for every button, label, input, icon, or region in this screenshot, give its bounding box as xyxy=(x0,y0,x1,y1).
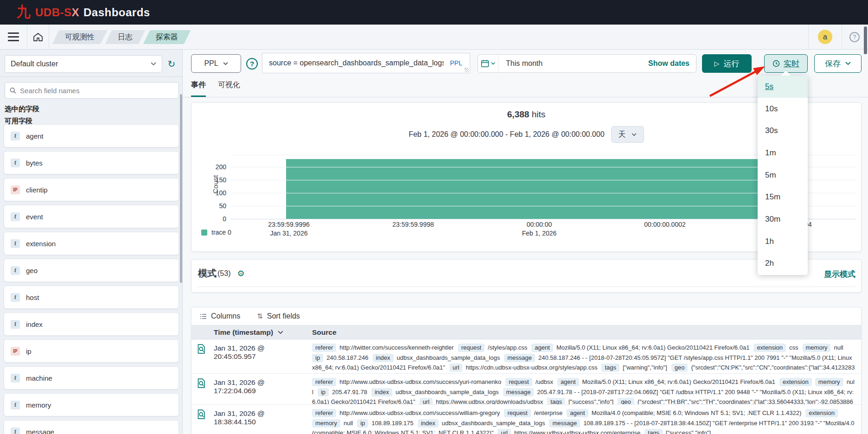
live-interval-option-1h[interactable]: 1h xyxy=(758,230,808,253)
inspect-document-icon xyxy=(197,344,206,354)
field-name: geo xyxy=(26,267,38,274)
query-language-select[interactable]: PPL xyxy=(191,54,241,73)
calendar-button[interactable] xyxy=(478,55,498,72)
field-badge: request xyxy=(458,344,485,352)
run-button[interactable]: ▷ 运行 xyxy=(702,54,752,73)
live-button[interactable]: 实时 xyxy=(764,54,808,73)
field-badge: message xyxy=(504,354,535,362)
live-interval-option-30s[interactable]: 30s xyxy=(758,120,808,142)
y-axis-tick: 0 xyxy=(223,215,226,223)
live-interval-label: 1h xyxy=(765,237,774,246)
field-item-clientip[interactable]: IPclientip xyxy=(4,178,179,201)
field-value: /udbsx xyxy=(536,378,553,385)
field-name: host xyxy=(26,294,39,301)
histogram-bar[interactable] xyxy=(286,159,795,219)
run-button-label: 运行 xyxy=(723,58,739,69)
help-icon[interactable]: ? xyxy=(849,32,860,42)
query-input[interactable] xyxy=(262,59,450,67)
brand-name-x: X xyxy=(72,6,80,19)
show-dates-link[interactable]: Show dates xyxy=(648,59,689,68)
sort-fields-button[interactable]: ⇅ Sort fields xyxy=(257,312,300,320)
table-row: Jan 31, 2026 @ 20:45:05.957refererhttp:/… xyxy=(191,339,861,374)
field-badge: geo xyxy=(671,364,688,372)
live-interval-option-2h[interactable]: 2h xyxy=(758,253,808,275)
legend-series-name: trace 0 xyxy=(211,229,231,236)
expand-row-button[interactable] xyxy=(191,374,214,404)
live-interval-option-5s[interactable]: 5s xyxy=(758,76,808,98)
gear-icon[interactable]: ⚙ xyxy=(237,268,244,279)
field-search-input[interactable] xyxy=(20,87,174,95)
field-badge: request xyxy=(504,409,530,417)
field-item-agent[interactable]: tagent xyxy=(4,124,179,147)
nav-separator xyxy=(842,25,842,50)
ip-type-icon: IP xyxy=(11,185,20,194)
live-interval-option-5m[interactable]: 5m xyxy=(758,164,808,186)
live-interval-label: 30m xyxy=(765,215,780,224)
expand-row-button[interactable] xyxy=(191,339,214,373)
field-badge: agent xyxy=(557,378,579,386)
field-value: ["success","info"] xyxy=(666,429,711,434)
y-axis-tick: 150 xyxy=(216,176,226,184)
field-item-event[interactable]: tevent xyxy=(4,205,179,228)
field-value: 108.89.189.175 xyxy=(371,420,413,427)
nav-separator xyxy=(49,25,49,50)
tab-事件[interactable]: 事件 xyxy=(191,80,206,97)
chevron-down-icon xyxy=(845,62,851,65)
breadcrumb-item-3[interactable]: 探索器 xyxy=(143,30,191,44)
field-item-memory[interactable]: tmemory xyxy=(4,393,179,416)
field-item-ip[interactable]: IPip xyxy=(4,339,179,363)
field-value: ["success","info"] xyxy=(568,398,613,405)
live-interval-option-15m[interactable]: 15m xyxy=(758,186,808,208)
y-axis-tick: 50 xyxy=(219,202,226,210)
field-item-geo[interactable]: tgeo xyxy=(4,259,179,282)
field-name: extension xyxy=(26,240,56,248)
nav-right-group: a ? xyxy=(808,25,868,50)
live-button-label: 实时 xyxy=(784,58,799,69)
source-column-header: Source xyxy=(307,328,861,337)
query-help-icon[interactable]: ? xyxy=(246,58,258,70)
home-button[interactable] xyxy=(27,25,49,50)
field-value: /styles/app.css xyxy=(488,344,527,351)
live-interval-option-1m[interactable]: 1m xyxy=(758,142,808,164)
field-item-host[interactable]: thost xyxy=(4,286,179,309)
expand-row-button[interactable] xyxy=(191,405,214,434)
time-column-header[interactable]: Time (timestamp) xyxy=(214,328,307,337)
field-badge: extension xyxy=(805,409,838,417)
cluster-select-value: Default cluster xyxy=(11,60,58,68)
interval-value: 天 xyxy=(619,130,626,140)
menu-hamburger-icon[interactable] xyxy=(0,25,27,50)
live-interval-option-30m[interactable]: 30m xyxy=(758,208,808,230)
resize-handle-icon[interactable] xyxy=(465,68,469,72)
window-scrollbar[interactable] xyxy=(864,26,867,54)
field-badge: referer xyxy=(312,409,336,417)
field-item-message[interactable]: tmessage xyxy=(4,420,179,434)
source-cell: refererhttp://twitter.com/success/kennet… xyxy=(307,339,861,373)
field-item-bytes[interactable]: tbytes xyxy=(4,151,179,174)
source-cell: refererhttp://www.udbsx-udbsx-udbsx.com/… xyxy=(307,405,861,434)
field-item-machine[interactable]: tmachine xyxy=(4,366,179,389)
field-item-extension[interactable]: textension xyxy=(4,232,179,255)
field-item-index[interactable]: tindex xyxy=(4,313,179,336)
tab-可视化[interactable]: 可视化 xyxy=(218,80,240,97)
date-range-value[interactable]: This month xyxy=(506,59,542,68)
cluster-select[interactable]: Default cluster xyxy=(5,55,162,73)
interval-select[interactable]: 天 xyxy=(611,126,644,143)
calendar-icon xyxy=(481,59,489,68)
breadcrumb-item-2[interactable]: 日志 xyxy=(105,30,146,44)
breadcrumb-item-1[interactable]: 可观测性 xyxy=(52,30,108,44)
show-patterns-link[interactable]: 显示模式 xyxy=(824,269,855,280)
chart-legend[interactable]: trace 0 xyxy=(201,229,231,236)
avatar[interactable]: a xyxy=(818,30,832,44)
string-type-icon: t xyxy=(11,212,20,221)
legend-swatch xyxy=(201,230,207,236)
string-type-icon: t xyxy=(11,293,20,302)
field-badge: geo xyxy=(618,398,634,405)
sidebar-scrollbar[interactable] xyxy=(180,94,182,283)
save-button[interactable]: 保存 xyxy=(814,54,862,73)
live-interval-label: 5m xyxy=(765,171,776,180)
field-badge: index xyxy=(373,354,394,362)
columns-button[interactable]: Columns xyxy=(200,312,240,320)
refresh-button[interactable]: ↻ xyxy=(164,55,179,73)
field-value: Mozilla/4.0 (compatible; MSIE 6.0; Windo… xyxy=(592,409,802,416)
live-interval-option-10s[interactable]: 10s xyxy=(758,98,808,120)
